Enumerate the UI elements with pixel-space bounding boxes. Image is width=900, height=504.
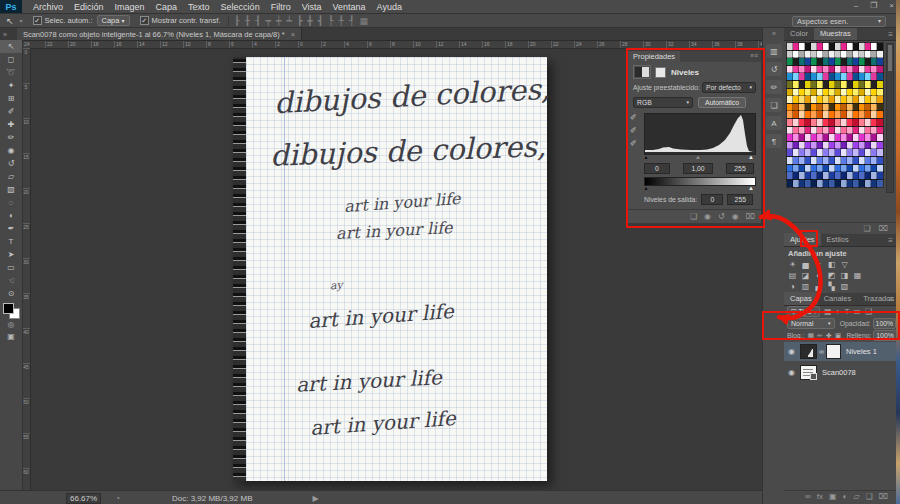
swatch[interactable] — [787, 149, 793, 156]
swatch[interactable] — [877, 149, 883, 156]
swatch[interactable] — [859, 58, 865, 65]
swatch[interactable] — [853, 157, 859, 164]
layer-thumbnail[interactable] — [800, 365, 817, 380]
menu-item[interactable]: Archivo — [33, 2, 63, 12]
tool-history-brush[interactable]: ↺ — [0, 157, 22, 170]
swatch[interactable] — [787, 81, 793, 88]
align-icon[interactable]: ╀ — [339, 16, 344, 26]
swatch[interactable] — [835, 134, 841, 141]
swatch[interactable] — [871, 172, 877, 179]
swatch[interactable] — [871, 157, 877, 164]
swatch[interactable] — [859, 142, 865, 149]
swatch[interactable] — [829, 81, 835, 88]
swatch[interactable] — [829, 104, 835, 111]
swatch[interactable] — [841, 96, 847, 103]
swatch[interactable] — [823, 157, 829, 164]
swatch[interactable] — [793, 180, 799, 187]
align-icon[interactable]: ▦ — [359, 16, 368, 26]
swatch[interactable] — [805, 119, 811, 126]
swatch[interactable] — [817, 73, 823, 80]
swatch[interactable] — [877, 51, 883, 58]
layer-filter-dropdown[interactable]: ▽ Tipo ▾ — [787, 306, 820, 317]
swatch[interactable] — [847, 157, 853, 164]
swatch[interactable] — [841, 134, 847, 141]
new-group-icon[interactable]: ▱ — [853, 492, 859, 501]
swatch[interactable] — [811, 51, 817, 58]
swatch[interactable] — [841, 89, 847, 96]
menu-item[interactable]: Capa — [156, 2, 178, 12]
swatch[interactable] — [859, 119, 865, 126]
panel-menu-icon[interactable]: ≡ — [888, 236, 893, 245]
layer-row-niveles[interactable]: ◉ ∞ Niveles 1 — [784, 342, 896, 361]
tool-gradient[interactable]: ▧ — [0, 183, 22, 196]
color-lookup-icon[interactable]: ▦ — [851, 270, 864, 281]
swatch[interactable] — [877, 43, 883, 50]
swatch[interactable] — [853, 104, 859, 111]
swatch[interactable] — [847, 51, 853, 58]
swatch[interactable] — [805, 43, 811, 50]
swatch[interactable] — [805, 104, 811, 111]
swatch[interactable] — [871, 73, 877, 80]
swatch[interactable] — [859, 172, 865, 179]
tab-trazados[interactable]: Trazados — [857, 292, 900, 305]
swatch[interactable] — [829, 89, 835, 96]
swatch[interactable] — [787, 172, 793, 179]
tool-blur[interactable]: ◌ — [0, 196, 22, 209]
swatch[interactable] — [811, 58, 817, 65]
swatch[interactable] — [787, 66, 793, 73]
output-black-slider[interactable]: ▲ — [643, 185, 649, 191]
swatch[interactable] — [787, 127, 793, 134]
swatch[interactable] — [835, 119, 841, 126]
channel-dropdown[interactable]: RGB ▾ — [633, 97, 693, 108]
swatch[interactable] — [799, 180, 805, 187]
swatch[interactable] — [829, 180, 835, 187]
swatch[interactable] — [871, 149, 877, 156]
swatch[interactable] — [865, 43, 871, 50]
swatch[interactable] — [853, 51, 859, 58]
swatch[interactable] — [811, 73, 817, 80]
swatch[interactable] — [853, 73, 859, 80]
tab-muestras[interactable]: Muestras — [814, 27, 857, 40]
swatch[interactable] — [847, 142, 853, 149]
swatch[interactable] — [865, 180, 871, 187]
tab-canales[interactable]: Canales — [818, 292, 858, 305]
input-black-slider[interactable]: ▲ — [643, 154, 649, 160]
restore-icon[interactable]: ❐ — [870, 1, 877, 10]
swatch[interactable] — [817, 172, 823, 179]
swatch[interactable] — [823, 96, 829, 103]
filter-smart-objects-icon[interactable]: ❏ — [865, 307, 872, 316]
swatch[interactable] — [877, 66, 883, 73]
swatch[interactable] — [871, 180, 877, 187]
swatch[interactable] — [799, 111, 805, 118]
swatch[interactable] — [829, 96, 835, 103]
swatch[interactable] — [853, 96, 859, 103]
menu-item[interactable]: Imagen — [115, 2, 145, 12]
swatch[interactable] — [871, 89, 877, 96]
swatch[interactable] — [823, 73, 829, 80]
gray-point-eyedropper-icon[interactable]: ✐ — [630, 126, 642, 139]
swatch[interactable] — [793, 73, 799, 80]
align-icon[interactable]: ┨ — [255, 16, 260, 26]
swatch[interactable] — [805, 111, 811, 118]
swatch[interactable] — [799, 127, 805, 134]
swatch[interactable] — [841, 127, 847, 134]
swatch[interactable] — [871, 43, 877, 50]
swatch[interactable] — [793, 43, 799, 50]
swatch[interactable] — [835, 96, 841, 103]
levels-icon[interactable]: ▅ — [799, 259, 812, 270]
swatch[interactable] — [817, 96, 823, 103]
swatch[interactable] — [793, 58, 799, 65]
swatch[interactable] — [787, 165, 793, 172]
swatch[interactable] — [799, 149, 805, 156]
swatch[interactable] — [835, 43, 841, 50]
menu-item[interactable]: Ventana — [333, 2, 366, 12]
auto-select-target-dropdown[interactable]: Capa ▾ — [97, 15, 130, 26]
input-white-value[interactable]: 255 — [726, 163, 754, 174]
swatch[interactable] — [799, 104, 805, 111]
swatch[interactable] — [829, 157, 835, 164]
swatch[interactable] — [877, 73, 883, 80]
swatch[interactable] — [817, 165, 823, 172]
swatch[interactable] — [787, 157, 793, 164]
swatch[interactable] — [841, 104, 847, 111]
lock-transparent-icon[interactable]: ▦ — [807, 332, 814, 340]
